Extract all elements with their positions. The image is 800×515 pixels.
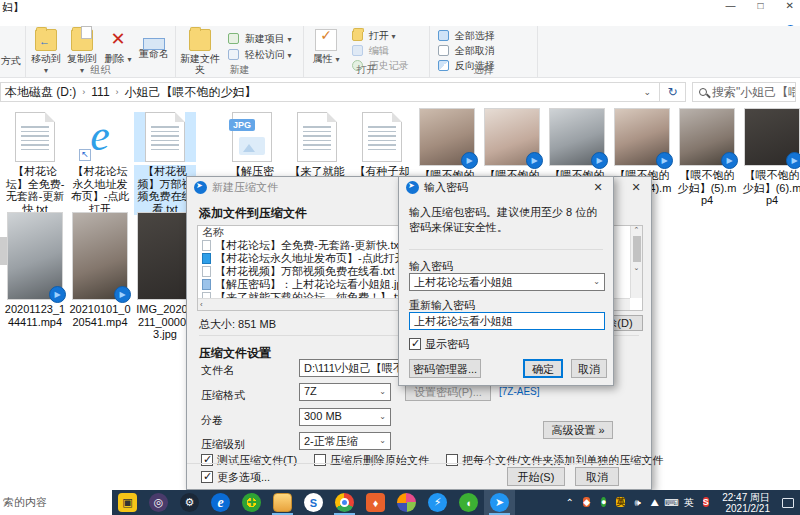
action-center-icon (782, 498, 794, 508)
taskbar-app-s-blue[interactable]: S (298, 490, 329, 515)
search-input[interactable]: 搜索"小姐己【喂不… (692, 82, 796, 102)
txt-file-icon (297, 112, 337, 162)
txt-file-icon (15, 112, 55, 162)
taskbar-app-telegram-active[interactable]: ➤ (484, 490, 515, 515)
enter-password-combobox[interactable]: 上村花论坛看小姐姐⌄ (409, 273, 605, 291)
volume-dropdown[interactable]: 300 MB⌄ (299, 408, 391, 426)
taskbar-app-purple[interactable]: ◎ (143, 490, 174, 515)
archive-close-icon[interactable]: ✕ (621, 177, 651, 198)
archiver-app-icon (194, 181, 207, 194)
tray-green-icon[interactable]: ● (595, 496, 612, 509)
taskbar-app-green[interactable]: ✚ (236, 490, 267, 515)
confirm-password-input[interactable]: 上村花论坛看小姐姐 (409, 312, 605, 330)
taskbar-search-input[interactable]: 索的内容 (0, 490, 112, 515)
taskbar-app-wechat[interactable]: ◖ (453, 490, 484, 515)
start-button[interactable]: 开始(S) (507, 467, 565, 486)
taskbar: 索的内容 ▣ ◎ ⚙ e ✚ S ♦ ⚡ ◖ ➤ ⌃ ◆ ● 英 🕪 ⛰ ⌨ 英… (0, 490, 800, 515)
video-thumbnail-placeholder: ▶ (72, 212, 128, 300)
archive-cancel-button[interactable]: 取消 (575, 467, 619, 486)
archive-dialog-title: 新建压缩文件 (212, 180, 278, 195)
file-item[interactable]: ▶ 20201123_144411.mp4 (4, 212, 66, 328)
taskbar-app-steam[interactable]: ⚙ (174, 490, 205, 515)
ribbon-tabs-row: ⌃ ? (0, 12, 800, 26)
select-none-button[interactable]: 全部取消 (438, 44, 495, 58)
txt-file-icon (362, 112, 402, 162)
level-label: 压缩级别 (201, 437, 245, 452)
select-all-button[interactable]: 全部选择 (438, 29, 495, 43)
video-thumbnail-placeholder: ▶ (419, 108, 475, 166)
breadcrumb-folder[interactable]: 111 (87, 85, 113, 99)
tray-ime-badge-icon[interactable]: 英 (612, 496, 629, 509)
taskbar-app-edge[interactable]: e (205, 490, 236, 515)
volume-icon[interactable]: 🕪 (629, 497, 646, 509)
vertical-scrollbar[interactable]: ⌃ ⌄ (630, 226, 642, 298)
sogou-icon[interactable]: S (697, 496, 714, 509)
file-name: 【村花论坛】全免费-无套路-更新快.txt (4, 165, 66, 215)
taskbar-app-pinwheel[interactable] (391, 490, 422, 515)
url-file-icon (202, 253, 211, 264)
password-close-icon[interactable]: ✕ (583, 177, 613, 198)
taskbar-app-explorer[interactable] (267, 490, 298, 515)
scrollbar-thumb[interactable] (633, 236, 641, 262)
close-icon[interactable]: ✕ (786, 0, 794, 11)
format-dropdown[interactable]: 7Z⌄ (299, 383, 391, 401)
file-item[interactable]: ▶ 【喂不饱的少妇】(6).mp4 (741, 108, 800, 207)
ribbon-group-organize: ← 移动到 ▾ 复制到 ▾ ✕ 删除 ▾ 重命名 组织 (26, 26, 176, 78)
properties-button[interactable]: ✓ 属性 ▾ (308, 29, 344, 65)
action-center-button[interactable] (776, 490, 800, 515)
file-item[interactable]: 【村花论坛】全免费-无套路-更新快.txt (4, 108, 66, 215)
password-cancel-button[interactable]: 取消 (571, 359, 607, 378)
refresh-button[interactable]: ↻ (660, 82, 686, 102)
show-password-checkbox[interactable]: 显示密码 (409, 337, 469, 352)
maximize-icon[interactable]: □ (758, 0, 764, 11)
taskbar-app-chrome[interactable] (329, 490, 360, 515)
player-app-icon: ▣ (118, 493, 137, 512)
address-dropdown-icon[interactable]: ⌄ (635, 87, 659, 97)
password-manager-button[interactable]: 密码管理器... (409, 359, 481, 378)
file-item[interactable]: ▶ 【喂不饱的少妇】(5).mp4 (676, 108, 738, 207)
taskbar-app-orange[interactable]: ♦ (360, 490, 391, 515)
tray-orange-icon[interactable]: ◆ (578, 496, 595, 509)
password-dialog-titlebar[interactable]: 输入密码 ✕ (399, 177, 613, 198)
tray-keyboard-icon[interactable]: ⌨ (663, 497, 680, 508)
video-thumbnail-placeholder: ▶ (549, 108, 605, 166)
rename-button[interactable]: 重命名 (136, 29, 172, 59)
ribbon-cut-label[interactable]: 方式 (1, 54, 21, 68)
media-player-badge-icon: ▶ (721, 152, 738, 169)
network-icon[interactable]: ⛰ (646, 497, 663, 509)
file-item[interactable]: ▶ 20210101_020541.mp4 (69, 212, 131, 328)
taskbar-clock[interactable]: 22:47 周日 2021/2/21 (722, 492, 770, 514)
checkbox-checked-icon (409, 338, 421, 350)
move-to-icon: ← (35, 29, 57, 51)
advanced-settings-button[interactable]: 高级设置 » (543, 421, 613, 439)
internet-shortcut-icon: e (78, 112, 122, 162)
file-explorer-icon (273, 493, 292, 512)
open-button[interactable]: 打开 ▾ (352, 29, 396, 43)
media-player-badge-icon: ▶ (526, 152, 543, 169)
delete-icon: ✕ (107, 29, 129, 51)
orange-app-icon: ♦ (366, 493, 385, 512)
edit-button[interactable]: 编辑 (352, 44, 389, 58)
new-item-button[interactable]: 新建项目 ▾ (228, 32, 292, 46)
ime-language-indicator[interactable]: 英 (680, 496, 697, 510)
breadcrumb-drive[interactable]: 本地磁盘 (D:) (1, 84, 80, 101)
taskbar-app-player[interactable]: ▣ (112, 490, 143, 515)
system-tray: ⌃ ◆ ● 英 🕪 ⛰ ⌨ 英 S 22:47 周日 2021/2/21 (561, 490, 800, 515)
video-thumbnail-placeholder: ▶ (484, 108, 540, 166)
breadcrumb-separator: › (80, 87, 87, 97)
open-icon (352, 30, 363, 41)
easy-access-button[interactable]: 轻松访问 ▾ (228, 48, 292, 62)
tray-collapse-icon[interactable]: ⌃ (561, 497, 578, 508)
minimize-icon[interactable]: — (726, 0, 736, 11)
level-dropdown[interactable]: 2-正常压缩⌄ (299, 432, 391, 450)
chrome-icon (335, 493, 354, 512)
breadcrumb-current[interactable]: 小姐己【喂不饱的少妇】 (121, 84, 261, 101)
ok-button[interactable]: 确定 (523, 359, 563, 378)
delete-button[interactable]: ✕ 删除 ▾ (100, 29, 136, 65)
address-bar[interactable]: 本地磁盘 (D:) › 111 › 小姐己【喂不饱的少妇】 ⌄ (0, 82, 660, 102)
file-name: 20210101_020541.mp4 (69, 303, 131, 328)
file-name: 【喂不饱的少妇】(6).mp4 (741, 169, 800, 207)
more-options-checkbox[interactable]: 更多选项... (201, 470, 270, 485)
taskbar-app-thunder[interactable]: ⚡ (422, 490, 453, 515)
file-item[interactable]: e 【村花论坛永久地址发布页】-点此打开 (69, 108, 131, 215)
